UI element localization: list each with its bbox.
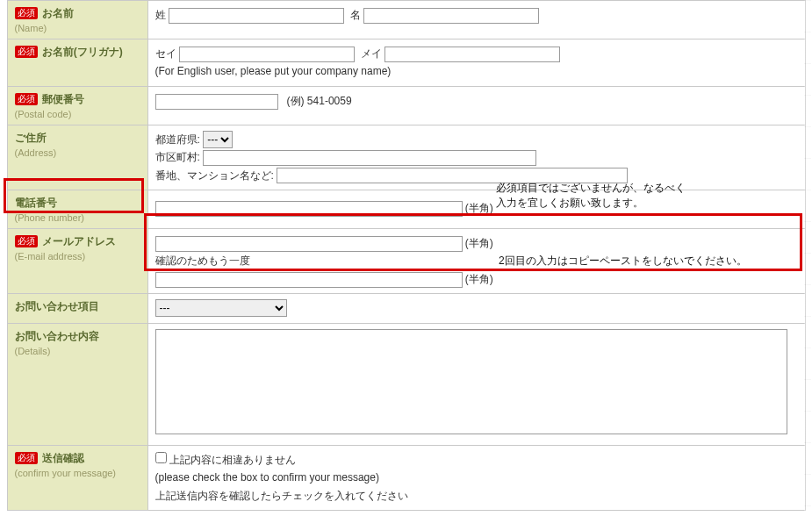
kana-note: (For English user, please put your compa… — [155, 62, 798, 80]
label-address-en: (Address) — [15, 147, 140, 158]
label-confirm-jp: 送信確認 — [42, 452, 84, 464]
input-phone[interactable] — [155, 201, 463, 217]
row-postal: 必須 郵便番号 (Postal code) (例) 541-0059 — [7, 86, 805, 125]
callout-email-text: 2回目の入力はコピーペーストをしないでください。 — [499, 254, 797, 269]
row-confirm: 必須 送信確認 (confirm your message) 上記内容に相違あり… — [7, 445, 805, 510]
input-email[interactable] — [155, 236, 463, 252]
row-name: 必須 お名前 (Name) 姓 名 — [7, 1, 805, 39]
label-confirm-en: (confirm your message) — [15, 468, 140, 478]
label-details-en: (Details) — [15, 346, 140, 356]
label-phone-jp: 電話番号 — [15, 197, 57, 209]
input-kana-sei[interactable] — [179, 47, 355, 62]
label-kana-jp: お名前(フリガナ) — [42, 46, 123, 58]
right-gutter-decor — [804, 0, 811, 516]
email-again-label: 確認のためもう一度 — [155, 254, 250, 267]
label-email-jp: メールアドレス — [42, 235, 116, 247]
required-badge: 必須 — [15, 93, 38, 105]
label-postal-en: (Postal code) — [15, 109, 140, 119]
label-subject-jp: お問い合わせ項目 — [15, 300, 99, 312]
label-postal-jp: 郵便番号 — [42, 93, 84, 105]
input-postal[interactable] — [155, 94, 278, 110]
required-badge: 必須 — [15, 46, 38, 58]
label-email-en: (E-mail address) — [15, 251, 140, 262]
row-kana: 必須 お名前(フリガナ) セイ メイ (For English user, pl… — [7, 39, 805, 87]
label-phone-en: (Phone number) — [15, 212, 140, 223]
confirm-note1: (please check the box to confirm your me… — [155, 469, 798, 486]
label-city: 市区町村: — [155, 151, 200, 163]
required-badge: 必須 — [15, 235, 38, 247]
select-pref[interactable]: --- — [203, 131, 233, 148]
label-name-jp: お名前 — [42, 7, 74, 19]
label-kana-sei: セイ — [155, 47, 176, 60]
input-city[interactable] — [203, 150, 536, 166]
label-street: 番地、マンション名など: — [155, 169, 274, 182]
input-email-confirm[interactable] — [155, 272, 463, 288]
label-mei: 名 — [350, 9, 361, 21]
confirm-checkbox[interactable] — [155, 452, 167, 463]
input-mei[interactable] — [363, 8, 539, 24]
confirm-checkbox-label[interactable]: 上記内容に相違ありません — [155, 454, 296, 466]
confirm-note2: 上記送信内容を確認したらチェックを入れてください — [155, 487, 798, 505]
required-badge: 必須 — [15, 7, 38, 19]
required-badge: 必須 — [15, 452, 38, 464]
phone-han: (半角) — [465, 202, 493, 214]
textarea-details[interactable] — [155, 329, 787, 434]
postal-ex-label: (例) — [287, 95, 305, 107]
label-kana-mei: メイ — [361, 47, 382, 60]
confirm-check-text: 上記内容に相違ありません — [169, 454, 296, 466]
label-pref: 都道府県: — [155, 133, 200, 146]
postal-ex-value: 541-0059 — [307, 95, 352, 107]
email-han-2: (半角) — [465, 273, 493, 285]
select-subject[interactable]: --- — [155, 299, 287, 317]
input-sei[interactable] — [169, 8, 344, 24]
input-kana-mei[interactable] — [384, 47, 560, 62]
callout-phone-text: 必須項目ではございませんが、なるべく 入力を宜しくお願い致します。 — [496, 181, 724, 211]
row-details: お問い合わせ内容 (Details) — [7, 323, 805, 445]
email-han-1: (半角) — [465, 237, 493, 249]
label-details-jp: お問い合わせ内容 — [15, 330, 99, 342]
label-sei: 姓 — [155, 9, 166, 21]
label-address-jp: ご住所 — [15, 132, 47, 144]
label-name-en: (Name) — [15, 23, 140, 33]
row-subject: お問い合わせ項目 --- — [7, 294, 805, 323]
